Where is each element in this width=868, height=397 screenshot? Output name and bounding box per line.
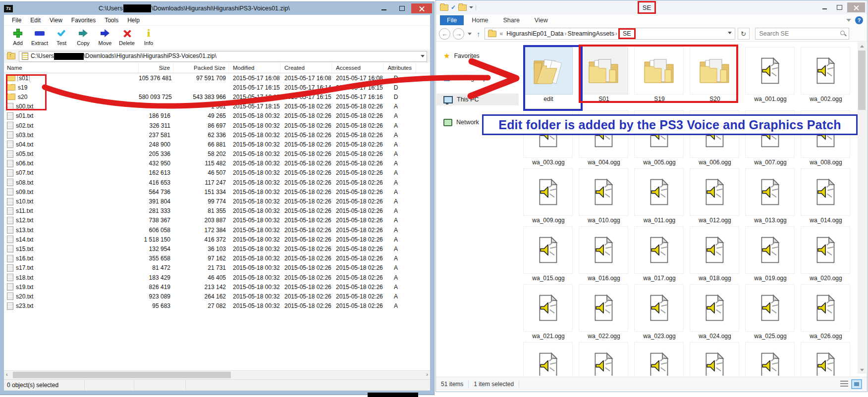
table-row[interactable]: s06.txt432 950115 4822015-05-18 00:32201… bbox=[4, 159, 430, 168]
file-tile-wa_012.ogg[interactable]: wa_012.ogg bbox=[690, 168, 740, 224]
file-tile-wa_002.ogg[interactable]: wa_002.ogg bbox=[801, 47, 851, 102]
explorer-titlebar[interactable]: ✓ SE bbox=[436, 0, 867, 14]
minimize-button[interactable] bbox=[376, 3, 392, 13]
tab-file[interactable]: File bbox=[440, 15, 464, 25]
toolbar-copy-button[interactable]: Copy bbox=[73, 26, 93, 46]
column-header-attributes[interactable]: Attributes bbox=[383, 63, 416, 73]
table-row[interactable]: s12.txt738 367203 8872015-05-18 00:32201… bbox=[4, 216, 430, 225]
breadcrumb-item-higurashiep01_data[interactable]: HigurashiEp01_Data bbox=[506, 30, 563, 37]
breadcrumb-back-chevron[interactable]: « bbox=[500, 30, 503, 37]
dropdown-arrow-icon[interactable] bbox=[728, 32, 732, 34]
close-button[interactable] bbox=[847, 2, 865, 12]
toolbar-add-button[interactable]: Add bbox=[8, 26, 28, 46]
scrollbar-thumb[interactable] bbox=[13, 372, 231, 378]
toolbar-test-button[interactable]: Test bbox=[52, 26, 71, 46]
file-tile-wa_017.ogg[interactable]: wa_017.ogg bbox=[634, 226, 685, 282]
table-row[interactable]: s18.txt183 42946 4052015-05-18 00:322015… bbox=[4, 273, 430, 282]
7zip-titlebar[interactable]: 7z C:\Users\Downloads\Higurashi\Higurash… bbox=[0, 2, 434, 15]
table-row[interactable]: s00.txt29 6881 5612015-05-17 18:152015-0… bbox=[4, 102, 430, 111]
table-row[interactable]: s23.txt95 68327 0822015-05-18 00:322015-… bbox=[4, 301, 430, 311]
toolbar-move-button[interactable]: Move bbox=[95, 26, 115, 46]
table-row[interactable]: s02.txt326 31186 6972015-05-18 00:322015… bbox=[4, 121, 430, 130]
folder-tile-S20[interactable]: S20 bbox=[690, 47, 740, 102]
file-tile-wa_023.ogg[interactable]: wa_023.ogg bbox=[634, 284, 685, 340]
file-tile-wa_015.ogg[interactable]: wa_015.ogg bbox=[523, 226, 574, 282]
menu-item-edit[interactable]: Edit bbox=[26, 16, 45, 25]
toolbar-extract-button[interactable]: Extract bbox=[30, 26, 50, 46]
ribbon-collapse-chevron-icon[interactable] bbox=[846, 19, 851, 22]
file-tile-partial-34[interactable] bbox=[745, 342, 796, 376]
file-tile-wa_020.ogg[interactable]: wa_020.ogg bbox=[801, 226, 851, 282]
large-icons-view-icon[interactable] bbox=[851, 379, 862, 389]
horizontal-scrollbar[interactable]: ‹ › bbox=[4, 370, 430, 379]
help-icon[interactable]: ? bbox=[855, 16, 863, 24]
scroll-up-arrow-icon[interactable] bbox=[858, 42, 866, 50]
up-folder-icon[interactable]: ↑ bbox=[7, 53, 16, 60]
file-tile-partial-35[interactable] bbox=[801, 342, 851, 376]
column-header-accessed[interactable]: Accessed bbox=[332, 63, 383, 73]
up-one-level-button[interactable]: ↑ bbox=[477, 30, 481, 38]
table-row[interactable]: s08.txt416 653117 2472015-05-18 00:32201… bbox=[4, 178, 430, 187]
table-row[interactable]: s20580 093 725543 383 9662015-05-17 16:1… bbox=[4, 92, 430, 101]
scroll-right-arrow-icon[interactable]: › bbox=[426, 371, 428, 377]
vertical-scrollbar[interactable] bbox=[858, 42, 866, 374]
menu-item-help[interactable]: Help bbox=[123, 16, 144, 25]
file-tile-wa_004.ogg[interactable]: wa_004.ogg bbox=[579, 110, 629, 166]
scroll-left-arrow-icon[interactable]: ‹ bbox=[6, 371, 8, 377]
file-tile-wa_003.ogg[interactable]: wa_003.ogg bbox=[523, 110, 574, 166]
menu-item-view[interactable]: View bbox=[46, 16, 66, 25]
table-row[interactable]: s15.txt132 95436 1032015-05-18 00:322015… bbox=[4, 244, 430, 253]
menu-item-favorites[interactable]: Favorites bbox=[67, 16, 100, 25]
breadcrumb-item-streamingassets[interactable]: StreamingAssets bbox=[568, 30, 614, 37]
folder-tile-S19[interactable]: S19 bbox=[634, 47, 685, 102]
maximize-button[interactable] bbox=[393, 3, 410, 13]
search-icon[interactable] bbox=[840, 31, 846, 37]
table-row[interactable]: s16.txt355 65897 1622015-05-18 00:322015… bbox=[4, 254, 430, 263]
file-tile-wa_019.ogg[interactable]: wa_019.ogg bbox=[745, 226, 796, 282]
scroll-down-arrow-icon[interactable] bbox=[858, 366, 866, 374]
minimize-button[interactable] bbox=[817, 2, 831, 12]
file-tile-wa_011.ogg[interactable]: wa_011.ogg bbox=[634, 168, 685, 224]
table-row[interactable]: s11.txt281 33381 3552015-05-18 00:322015… bbox=[4, 206, 430, 216]
file-tile-wa_018.ogg[interactable]: wa_018.ogg bbox=[690, 226, 740, 282]
table-row[interactable]: s13.txt606 058172 3842015-05-18 00:32201… bbox=[4, 225, 430, 235]
details-view-icon[interactable] bbox=[840, 381, 848, 388]
column-header-packed-size[interactable]: Packed Size bbox=[173, 63, 229, 73]
maximize-button[interactable] bbox=[832, 2, 846, 12]
table-row[interactable]: s03.txt237 58162 3362015-05-18 00:322015… bbox=[4, 130, 430, 140]
properties-check-icon[interactable]: ✓ bbox=[451, 4, 456, 11]
file-tile-wa_025.ogg[interactable]: wa_025.ogg bbox=[745, 284, 796, 340]
table-row[interactable]: s17.txt81 47221 7312015-05-18 00:322015-… bbox=[4, 263, 430, 273]
column-header-name[interactable]: Name bbox=[4, 63, 139, 73]
menu-item-tools[interactable]: Tools bbox=[101, 16, 122, 25]
dropdown-arrow-icon[interactable] bbox=[469, 6, 473, 8]
tab-home[interactable]: Home bbox=[465, 15, 495, 25]
column-header-created[interactable]: Created bbox=[280, 63, 332, 73]
column-header-size[interactable]: Size bbox=[139, 63, 173, 73]
refresh-button[interactable]: ↻ bbox=[738, 28, 750, 40]
file-tile-wa_007.ogg[interactable]: wa_007.ogg bbox=[745, 110, 796, 166]
file-tile-wa_006.ogg[interactable]: wa_006.ogg bbox=[690, 110, 740, 166]
sidebar-item-favorites[interactable]: ★Favorites bbox=[436, 50, 519, 62]
back-button[interactable]: ← bbox=[439, 28, 450, 40]
tab-share[interactable]: Share bbox=[496, 15, 527, 25]
table-row[interactable]: s192015-05-17 16:152015-05-17 16:142015-… bbox=[4, 83, 430, 92]
file-tile-wa_001.ogg[interactable]: wa_001.ogg bbox=[745, 47, 796, 102]
table-row[interactable]: s09.txt564 736151 3342015-05-18 00:32201… bbox=[4, 187, 430, 197]
table-row[interactable]: s07.txt162 61346 5072015-05-18 00:322015… bbox=[4, 168, 430, 178]
file-tile-partial-30[interactable] bbox=[523, 342, 574, 376]
file-tile-wa_014.ogg[interactable]: wa_014.ogg bbox=[801, 168, 851, 224]
table-row[interactable]: s01105 376 48197 591 7092015-05-17 16:08… bbox=[4, 73, 430, 83]
forward-button[interactable]: → bbox=[453, 28, 464, 40]
folder-icon[interactable] bbox=[440, 4, 448, 11]
recent-locations-dropdown-icon[interactable] bbox=[468, 33, 472, 35]
close-button[interactable] bbox=[411, 3, 432, 13]
table-row[interactable]: s01.txt186 91649 2652015-05-18 00:322015… bbox=[4, 111, 430, 121]
file-tile-partial-33[interactable] bbox=[690, 342, 740, 376]
search-input[interactable] bbox=[759, 30, 840, 38]
file-tile-wa_013.ogg[interactable]: wa_013.ogg bbox=[745, 168, 796, 224]
tab-view[interactable]: View bbox=[528, 15, 555, 25]
file-tile-wa_016.ogg[interactable]: wa_016.ogg bbox=[579, 226, 629, 282]
toolbar-info-button[interactable]: iInfo bbox=[139, 26, 159, 46]
folder-icon[interactable] bbox=[458, 4, 467, 11]
